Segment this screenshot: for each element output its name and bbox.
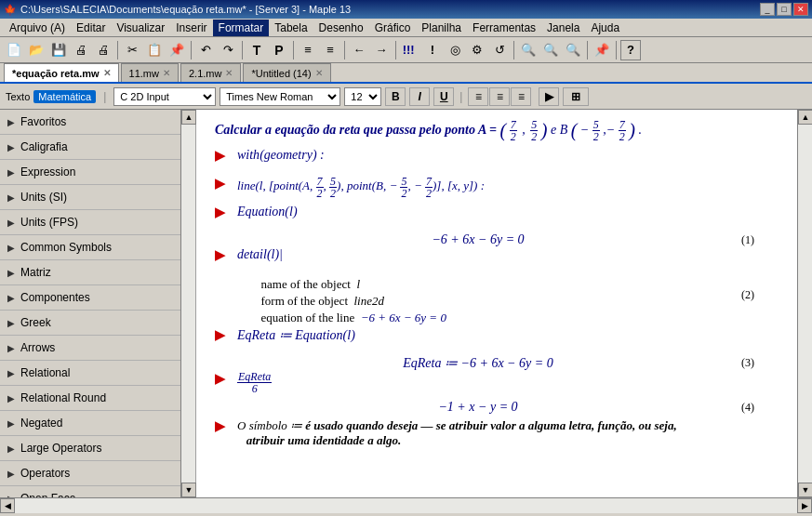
menu-desenho[interactable]: Desenho	[313, 20, 369, 36]
eqreta-div-cmd[interactable]: EqReta 6	[237, 371, 779, 394]
arrow-left-button[interactable]: ←	[349, 40, 369, 60]
expand-button[interactable]: ⊞	[563, 87, 589, 106]
sidebar-item-relational[interactable]: ▶ Relational	[0, 361, 180, 386]
exec-button[interactable]: !!!	[400, 40, 420, 60]
tab-21[interactable]: 2.1.mw ✕	[180, 63, 241, 82]
pause-button[interactable]: !	[422, 40, 443, 60]
eqreta-cmd[interactable]: EqReta ≔ Equation(l)	[237, 327, 779, 343]
menu-formatar[interactable]: Formatar	[213, 20, 270, 36]
sidebar-item-units-fps[interactable]: ▶ Units (FPS)	[0, 210, 180, 235]
menu-janela[interactable]: Janela	[541, 20, 585, 36]
search2-button[interactable]: 🔍	[540, 40, 561, 60]
align-right-button[interactable]: ≡	[320, 40, 340, 60]
sidebar-item-arrows[interactable]: ▶ Arrows	[0, 336, 180, 361]
search1-button[interactable]: 🔍	[518, 40, 539, 60]
sidebar-item-open-face[interactable]: ▶ Open Face	[0, 486, 180, 497]
sidebar-item-expression[interactable]: ▶ Expression	[0, 160, 180, 185]
search3-button[interactable]: 🔍	[563, 40, 583, 60]
print2-button[interactable]: 🖨	[93, 40, 113, 60]
menu-visualizar[interactable]: Visualizar	[111, 20, 170, 36]
hscroll-left[interactable]: ◀	[0, 498, 15, 513]
align-left-button[interactable]: ≡	[298, 40, 318, 60]
close-button[interactable]: ✕	[793, 3, 808, 16]
play-button[interactable]: ▶	[539, 87, 559, 106]
menu-inserir[interactable]: Inserir	[170, 20, 212, 36]
menu-tabela[interactable]: Tabela	[269, 20, 313, 36]
tab-equacao-close[interactable]: ✕	[103, 68, 111, 78]
redo-button[interactable]: ↷	[218, 40, 238, 60]
help-button[interactable]: ?	[620, 40, 641, 60]
menu-arquivo[interactable]: Arquivo (A)	[4, 20, 71, 36]
open-button[interactable]: 📂	[26, 40, 47, 60]
app-icon: 🍁	[4, 4, 17, 16]
tab-untitled[interactable]: *Untitled (14) ✕	[243, 63, 330, 82]
sidebar-item-componentes[interactable]: ▶ Componentes	[0, 285, 180, 311]
sidebar-item-greek[interactable]: ▶ Greek	[0, 311, 180, 336]
prompt1: ▶	[215, 148, 230, 164]
cut-button[interactable]: ✂	[122, 40, 142, 60]
prompt2: ▶	[215, 176, 230, 192]
text-P-button[interactable]: P	[269, 40, 289, 60]
sidebar-item-favoritos[interactable]: ▶ Favoritos	[0, 110, 180, 135]
sidebar-item-units-si[interactable]: ▶ Units (SI)	[0, 185, 180, 210]
sidebar-item-relational-round[interactable]: ▶ Relational Round	[0, 386, 180, 411]
sidebar-item-common-symbols[interactable]: ▶ Common Symbols	[0, 235, 180, 260]
minimize-button[interactable]: _	[760, 3, 775, 16]
underline-button[interactable]: U	[433, 87, 454, 106]
menu-bar: Arquivo (A) Editar Visualizar Inserir Fo…	[0, 19, 812, 37]
italic-button[interactable]: I	[409, 87, 430, 106]
hscroll-right[interactable]: ▶	[797, 498, 812, 513]
arrow-icon: ▶	[7, 393, 15, 404]
tab-21-close[interactable]: ✕	[225, 68, 233, 78]
bold-button[interactable]: B	[385, 87, 406, 106]
align-right-button2[interactable]: ≡	[511, 87, 531, 106]
circle-button[interactable]: ◎	[445, 40, 465, 60]
scroll-up-right[interactable]: ▲	[798, 110, 812, 125]
detail-cmd[interactable]: detail(l)|	[237, 247, 779, 262]
menu-grafico[interactable]: Gráfico	[369, 20, 417, 36]
print-button[interactable]: 🖨	[71, 40, 91, 60]
form-output: form of the object line2d	[243, 294, 741, 309]
sidebar-item-matriz[interactable]: ▶ Matriz	[0, 260, 180, 285]
sidebar-item-negated[interactable]: ▶ Negated	[0, 411, 180, 436]
sidebar-item-operators[interactable]: ▶ Operators	[0, 461, 180, 486]
sidebar-item-caligrafia[interactable]: ▶ Caligrafia	[0, 135, 180, 160]
gear-button[interactable]: ⚙	[467, 40, 487, 60]
sidebar-item-large-operators[interactable]: ▶ Large Operators	[0, 436, 180, 461]
tab-untitled-close[interactable]: ✕	[315, 68, 323, 78]
fontsize-select[interactable]: 12	[344, 87, 381, 106]
input-mode-select[interactable]: C 2D Input	[113, 87, 216, 106]
new-button[interactable]: 📄	[4, 40, 24, 60]
scroll-down-right[interactable]: ▼	[798, 483, 812, 497]
scroll-down-btn[interactable]: ▼	[181, 483, 196, 497]
scroll-up-btn[interactable]: ▲	[181, 110, 196, 125]
text-T-button[interactable]: T	[246, 40, 267, 60]
with-geometry[interactable]: with(geometry) :	[237, 148, 779, 163]
sep7	[513, 41, 514, 60]
math-badge[interactable]: Matemática	[33, 90, 96, 103]
line-note: ▶ O símbolo ≔ é usado quando deseja — se…	[215, 418, 779, 448]
arrow-right-button[interactable]: →	[371, 40, 392, 60]
tab-11[interactable]: 11.mw ✕	[121, 63, 179, 82]
undo-button[interactable]: ↶	[195, 40, 216, 60]
pin-button[interactable]: 📌	[592, 40, 612, 60]
tab-11-close[interactable]: ✕	[163, 68, 170, 78]
tab-equacao[interactable]: *equação reta.mw ✕	[4, 63, 119, 82]
menu-planilha[interactable]: Planilha	[416, 20, 467, 36]
line-cmd[interactable]: line(l, [point(A, 7 2 , 5 2 ), point(B, …	[237, 176, 779, 199]
menu-ferramentas[interactable]: Ferramentas	[467, 20, 541, 36]
save-button[interactable]: 💾	[48, 40, 69, 60]
sidebar-label-negated: Negated	[20, 417, 62, 430]
align-left-button2[interactable]: ≡	[468, 87, 488, 106]
maximize-button[interactable]: □	[777, 3, 792, 16]
paste-button[interactable]: 📌	[166, 40, 187, 60]
align-center-button[interactable]: ≡	[489, 87, 510, 106]
font-select[interactable]: Times New Roman	[220, 87, 340, 106]
menu-editar[interactable]: Editar	[71, 20, 111, 36]
arrow-icon: ▶	[7, 117, 15, 127]
equation-l[interactable]: Equation(l)	[237, 205, 779, 219]
refresh-button[interactable]: ↺	[489, 40, 510, 60]
copy-button[interactable]: 📋	[144, 40, 165, 60]
menu-ajuda[interactable]: Ajuda	[585, 20, 625, 36]
frac-5-2-c: 5 2	[329, 176, 337, 199]
